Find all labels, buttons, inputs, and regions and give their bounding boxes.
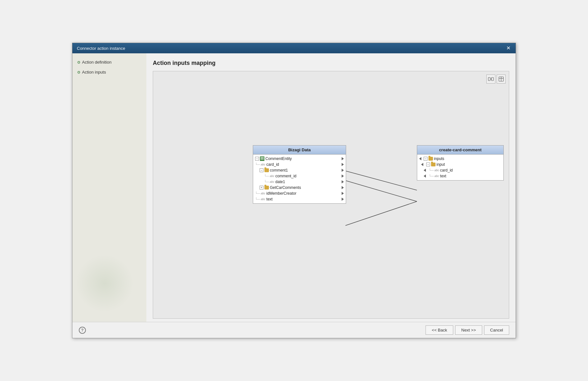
tree-dash: └─: [255, 197, 260, 201]
folder-icon: [428, 157, 433, 161]
toolbar-icons: [486, 75, 506, 84]
svg-rect-0: [488, 77, 490, 81]
abc-icon: abc: [270, 174, 275, 178]
abc-icon: abc: [435, 169, 439, 172]
row-label: CommentEntity: [265, 156, 292, 161]
row-label: card_id: [266, 162, 279, 167]
sidebar-item-label: Action inputs: [82, 70, 106, 75]
tree-row: └─ abc text: [417, 173, 503, 179]
abc-icon: abc: [261, 198, 266, 201]
tree-dash: └─: [429, 174, 434, 178]
tree-row: − inputs: [417, 156, 503, 162]
bizagi-data-box-header: Bizagi Data: [253, 146, 346, 155]
row-label: card_id: [440, 168, 453, 173]
row-label: input: [436, 162, 445, 167]
tree-row: └─ abc text: [253, 196, 346, 202]
arrow-port-left: [424, 169, 426, 172]
next-button[interactable]: Next >>: [455, 325, 482, 335]
row-label: text: [440, 174, 446, 178]
dialog-title: Connector action instance: [77, 46, 125, 51]
arrow-port: [342, 186, 344, 189]
expand-icon[interactable]: −: [426, 163, 430, 166]
row-label: text: [266, 197, 272, 201]
close-button[interactable]: ✕: [506, 46, 511, 51]
expand-icon[interactable]: −: [255, 157, 259, 161]
expand-icon[interactable]: −: [424, 157, 427, 161]
bizagi-data-box-body: − CommentEntity └─ abc card_id: [253, 155, 346, 203]
folder-icon: [431, 163, 436, 166]
content-area: Action definition Action inputs Action i…: [72, 53, 516, 322]
tree-dash: └─: [255, 163, 260, 166]
mapping-canvas: Bizagi Data − CommentEntity └─: [153, 71, 509, 318]
expand-icon[interactable]: +: [260, 186, 263, 190]
row-label: idMemberCreator: [266, 191, 296, 196]
main-area: Action inputs mapping: [146, 53, 516, 322]
arrow-port: [342, 192, 344, 195]
tree-dash: └─: [264, 180, 269, 184]
arrow-port-left: [419, 157, 421, 160]
row-label: comment1: [270, 168, 288, 173]
row-label: inputs: [434, 156, 444, 161]
arrow-port-left: [424, 174, 426, 178]
arrow-port: [342, 174, 344, 178]
folder-icon: [264, 168, 269, 172]
table-icon: [260, 156, 264, 161]
cancel-button[interactable]: Cancel: [484, 325, 509, 335]
tree-row: − input: [417, 162, 503, 167]
help-button[interactable]: ?: [79, 327, 86, 334]
tree-row: └─ abc idMemberCreator: [253, 191, 346, 196]
footer: ? << Back Next >> Cancel: [72, 322, 516, 338]
tree-row: └─ abc date1: [253, 179, 346, 185]
tree-row: └─ abc comment_id: [253, 173, 346, 179]
sidebar: Action definition Action inputs: [72, 53, 146, 322]
tree-dash: └─: [429, 168, 434, 172]
abc-icon: abc: [261, 192, 266, 195]
back-button[interactable]: << Back: [426, 325, 453, 335]
dialog: Connector action instance ✕ Action defin…: [72, 43, 516, 338]
tree-row: − CommentEntity: [253, 156, 346, 162]
mapping-canvas-container: Bizagi Data − CommentEntity └─: [153, 71, 509, 319]
abc-icon: abc: [261, 163, 266, 166]
arrow-port: [342, 157, 344, 160]
svg-line-8: [345, 181, 417, 201]
row-label: GetCarComments: [270, 185, 301, 190]
tree-row: └─ abc card_id: [417, 167, 503, 173]
bizagi-data-box: Bizagi Data − CommentEntity └─: [253, 145, 346, 204]
page-title: Action inputs mapping: [153, 60, 509, 66]
tree-dash: └─: [255, 191, 260, 195]
expand-icon[interactable]: −: [260, 168, 263, 172]
titlebar: Connector action instance ✕: [72, 43, 516, 53]
sidebar-decoration: [76, 254, 133, 312]
abc-icon: abc: [435, 174, 439, 178]
arrow-port: [342, 198, 344, 201]
arrow-port: [342, 180, 344, 183]
svg-line-7: [345, 171, 417, 190]
folder-icon: [264, 186, 269, 190]
table-view-button[interactable]: [497, 75, 506, 84]
row-label: date1: [275, 180, 285, 184]
tree-row: − comment1: [253, 167, 346, 173]
arrow-port-left: [421, 163, 423, 166]
sidebar-bullet: [78, 71, 80, 74]
footer-left: ?: [79, 327, 86, 334]
sidebar-item-label: Action definition: [82, 60, 112, 65]
footer-right: << Back Next >> Cancel: [426, 325, 509, 335]
sidebar-bullet: [78, 61, 80, 64]
tree-dash: └─: [264, 174, 269, 178]
svg-line-9: [345, 201, 417, 226]
arrow-port: [342, 169, 344, 172]
tree-row: + GetCarComments: [253, 185, 346, 191]
create-card-comment-body: − inputs − input: [417, 155, 503, 180]
tree-row: └─ abc card_id: [253, 162, 346, 167]
sidebar-item-action-definition[interactable]: Action definition: [78, 60, 141, 65]
row-label: comment_id: [275, 174, 296, 178]
arrow-port: [342, 163, 344, 166]
sidebar-item-action-inputs[interactable]: Action inputs: [78, 70, 141, 75]
create-card-comment-box: create-card-comment − inputs: [417, 145, 504, 181]
mapping-view-button[interactable]: [486, 75, 495, 84]
abc-icon: abc: [270, 180, 275, 183]
create-card-comment-header: create-card-comment: [417, 146, 503, 155]
